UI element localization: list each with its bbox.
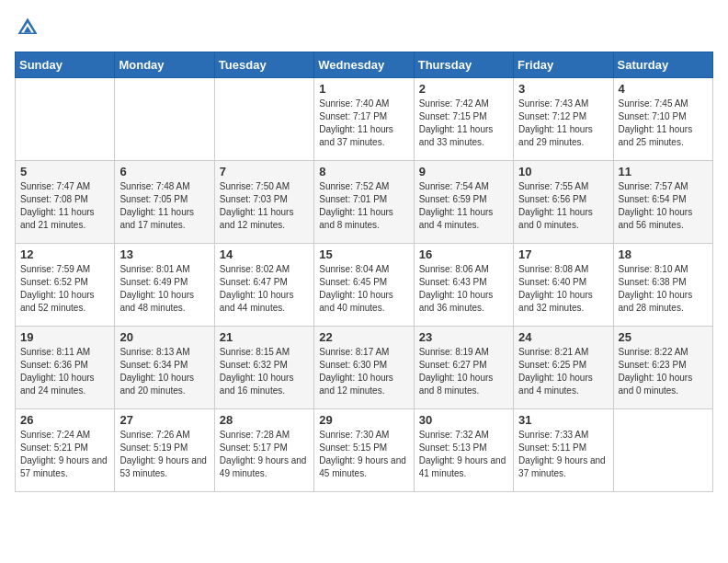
day-info: Sunrise: 7:24 AMSunset: 5:21 PMDaylight:…: [20, 429, 109, 480]
calendar-day-cell: 26 Sunrise: 7:24 AMSunset: 5:21 PMDaylig…: [16, 409, 115, 492]
calendar-day-cell: 29 Sunrise: 7:30 AMSunset: 5:15 PMDaylig…: [314, 409, 414, 492]
day-number: 7: [220, 165, 309, 178]
day-number: 2: [419, 82, 508, 96]
day-number: 24: [518, 330, 608, 344]
calendar-day-cell: [214, 78, 313, 161]
calendar-day-cell: 7 Sunrise: 7:50 AMSunset: 7:03 PMDayligh…: [214, 161, 313, 244]
day-info: Sunrise: 7:30 AMSunset: 5:15 PMDaylight:…: [319, 429, 408, 480]
calendar-day-cell: 22 Sunrise: 8:17 AMSunset: 6:30 PMDaylig…: [314, 327, 414, 409]
calendar-day-cell: 9 Sunrise: 7:54 AMSunset: 6:59 PMDayligh…: [414, 161, 513, 244]
calendar-day-cell: 11 Sunrise: 7:57 AMSunset: 6:54 PMDaylig…: [613, 161, 712, 244]
weekday-header: Sunday: [16, 52, 115, 78]
day-number: 19: [20, 330, 109, 344]
day-number: 16: [419, 247, 508, 261]
day-info: Sunrise: 7:28 AMSunset: 5:17 PMDaylight:…: [220, 429, 309, 480]
weekday-header: Tuesday: [214, 52, 313, 78]
day-info: Sunrise: 7:48 AMSunset: 7:05 PMDaylight:…: [119, 180, 209, 232]
weekday-header: Saturday: [613, 52, 712, 78]
calendar-day-cell: 23 Sunrise: 8:19 AMSunset: 6:27 PMDaylig…: [414, 327, 513, 409]
day-number: 23: [419, 330, 508, 344]
day-info: Sunrise: 8:10 AMSunset: 6:38 PMDaylight:…: [619, 263, 708, 315]
day-info: Sunrise: 8:11 AMSunset: 6:36 PMDaylight:…: [20, 346, 109, 397]
page-header: [15, 15, 713, 40]
day-number: 30: [419, 413, 508, 427]
day-number: 22: [319, 330, 408, 344]
calendar-day-cell: 20 Sunrise: 8:13 AMSunset: 6:34 PMDaylig…: [115, 327, 214, 409]
day-number: 6: [119, 165, 209, 178]
day-info: Sunrise: 7:55 AMSunset: 6:56 PMDaylight:…: [518, 180, 608, 232]
calendar-day-cell: 25 Sunrise: 8:22 AMSunset: 6:23 PMDaylig…: [613, 327, 712, 409]
day-number: 25: [619, 330, 708, 344]
day-info: Sunrise: 7:42 AMSunset: 7:15 PMDaylight:…: [419, 98, 508, 149]
calendar-day-cell: [613, 409, 712, 492]
calendar-table: SundayMondayTuesdayWednesdayThursdayFrid…: [15, 52, 713, 492]
calendar-week-row: 12 Sunrise: 7:59 AMSunset: 6:52 PMDaylig…: [16, 244, 713, 327]
day-info: Sunrise: 7:59 AMSunset: 6:52 PMDaylight:…: [20, 263, 109, 315]
day-info: Sunrise: 7:45 AMSunset: 7:10 PMDaylight:…: [619, 98, 708, 149]
calendar-day-cell: [16, 78, 115, 161]
calendar-day-cell: 30 Sunrise: 7:32 AMSunset: 5:13 PMDaylig…: [414, 409, 513, 492]
calendar-day-cell: 13 Sunrise: 8:01 AMSunset: 6:49 PMDaylig…: [115, 244, 214, 327]
day-info: Sunrise: 8:17 AMSunset: 6:30 PMDaylight:…: [319, 346, 408, 397]
calendar-day-cell: 16 Sunrise: 8:06 AMSunset: 6:43 PMDaylig…: [414, 244, 513, 327]
calendar-day-cell: 6 Sunrise: 7:48 AMSunset: 7:05 PMDayligh…: [115, 161, 214, 244]
day-info: Sunrise: 8:13 AMSunset: 6:34 PMDaylight:…: [119, 346, 209, 397]
calendar-day-cell: [115, 78, 214, 161]
calendar-day-cell: 3 Sunrise: 7:43 AMSunset: 7:12 PMDayligh…: [514, 78, 613, 161]
calendar-week-row: 1 Sunrise: 7:40 AMSunset: 7:17 PMDayligh…: [16, 78, 713, 161]
day-info: Sunrise: 7:40 AMSunset: 7:17 PMDaylight:…: [319, 98, 408, 149]
weekday-header: Friday: [514, 52, 613, 78]
day-info: Sunrise: 7:54 AMSunset: 6:59 PMDaylight:…: [419, 180, 508, 232]
day-info: Sunrise: 7:33 AMSunset: 5:11 PMDaylight:…: [518, 429, 608, 480]
day-number: 27: [119, 413, 209, 427]
calendar-day-cell: 12 Sunrise: 7:59 AMSunset: 6:52 PMDaylig…: [16, 244, 115, 327]
day-number: 26: [20, 413, 109, 427]
logo: [15, 15, 44, 40]
calendar-day-cell: 27 Sunrise: 7:26 AMSunset: 5:19 PMDaylig…: [115, 409, 214, 492]
calendar-day-cell: 4 Sunrise: 7:45 AMSunset: 7:10 PMDayligh…: [613, 78, 712, 161]
day-info: Sunrise: 7:32 AMSunset: 5:13 PMDaylight:…: [419, 429, 508, 480]
calendar-day-cell: 17 Sunrise: 8:08 AMSunset: 6:40 PMDaylig…: [514, 244, 613, 327]
day-number: 15: [319, 247, 408, 261]
day-number: 9: [419, 165, 508, 178]
day-info: Sunrise: 8:04 AMSunset: 6:45 PMDaylight:…: [319, 263, 408, 315]
calendar-day-cell: 2 Sunrise: 7:42 AMSunset: 7:15 PMDayligh…: [414, 78, 513, 161]
day-info: Sunrise: 8:02 AMSunset: 6:47 PMDaylight:…: [220, 263, 309, 315]
day-info: Sunrise: 7:43 AMSunset: 7:12 PMDaylight:…: [518, 98, 608, 149]
calendar-day-cell: 10 Sunrise: 7:55 AMSunset: 6:56 PMDaylig…: [514, 161, 613, 244]
day-info: Sunrise: 8:21 AMSunset: 6:25 PMDaylight:…: [518, 346, 608, 397]
day-number: 10: [518, 165, 608, 178]
day-number: 4: [619, 82, 708, 96]
day-info: Sunrise: 8:19 AMSunset: 6:27 PMDaylight:…: [419, 346, 508, 397]
calendar-day-cell: 18 Sunrise: 8:10 AMSunset: 6:38 PMDaylig…: [613, 244, 712, 327]
day-info: Sunrise: 8:01 AMSunset: 6:49 PMDaylight:…: [119, 263, 209, 315]
day-info: Sunrise: 7:50 AMSunset: 7:03 PMDaylight:…: [220, 180, 309, 232]
day-number: 13: [119, 247, 209, 261]
calendar-day-cell: 31 Sunrise: 7:33 AMSunset: 5:11 PMDaylig…: [514, 409, 613, 492]
calendar-day-cell: 15 Sunrise: 8:04 AMSunset: 6:45 PMDaylig…: [314, 244, 414, 327]
calendar-day-cell: 24 Sunrise: 8:21 AMSunset: 6:25 PMDaylig…: [514, 327, 613, 409]
weekday-header: Wednesday: [314, 52, 414, 78]
day-info: Sunrise: 8:15 AMSunset: 6:32 PMDaylight:…: [220, 346, 309, 397]
day-number: 1: [319, 82, 408, 96]
day-number: 28: [220, 413, 309, 427]
day-number: 17: [518, 247, 608, 261]
weekday-header-row: SundayMondayTuesdayWednesdayThursdayFrid…: [16, 52, 713, 78]
day-info: Sunrise: 7:57 AMSunset: 6:54 PMDaylight:…: [619, 180, 708, 232]
calendar-day-cell: 28 Sunrise: 7:28 AMSunset: 5:17 PMDaylig…: [214, 409, 313, 492]
day-info: Sunrise: 8:22 AMSunset: 6:23 PMDaylight:…: [619, 346, 708, 397]
calendar-day-cell: 14 Sunrise: 8:02 AMSunset: 6:47 PMDaylig…: [214, 244, 313, 327]
calendar-week-row: 26 Sunrise: 7:24 AMSunset: 5:21 PMDaylig…: [16, 409, 713, 492]
day-info: Sunrise: 7:47 AMSunset: 7:08 PMDaylight:…: [20, 180, 109, 232]
calendar-day-cell: 5 Sunrise: 7:47 AMSunset: 7:08 PMDayligh…: [16, 161, 115, 244]
day-info: Sunrise: 7:26 AMSunset: 5:19 PMDaylight:…: [119, 429, 209, 480]
calendar-day-cell: 1 Sunrise: 7:40 AMSunset: 7:17 PMDayligh…: [314, 78, 414, 161]
calendar-week-row: 19 Sunrise: 8:11 AMSunset: 6:36 PMDaylig…: [16, 327, 713, 409]
day-number: 11: [619, 165, 708, 178]
calendar-day-cell: 21 Sunrise: 8:15 AMSunset: 6:32 PMDaylig…: [214, 327, 313, 409]
logo-icon: [15, 15, 40, 40]
day-info: Sunrise: 8:08 AMSunset: 6:40 PMDaylight:…: [518, 263, 608, 315]
day-info: Sunrise: 7:52 AMSunset: 7:01 PMDaylight:…: [319, 180, 408, 232]
day-number: 8: [319, 165, 408, 178]
day-number: 29: [319, 413, 408, 427]
